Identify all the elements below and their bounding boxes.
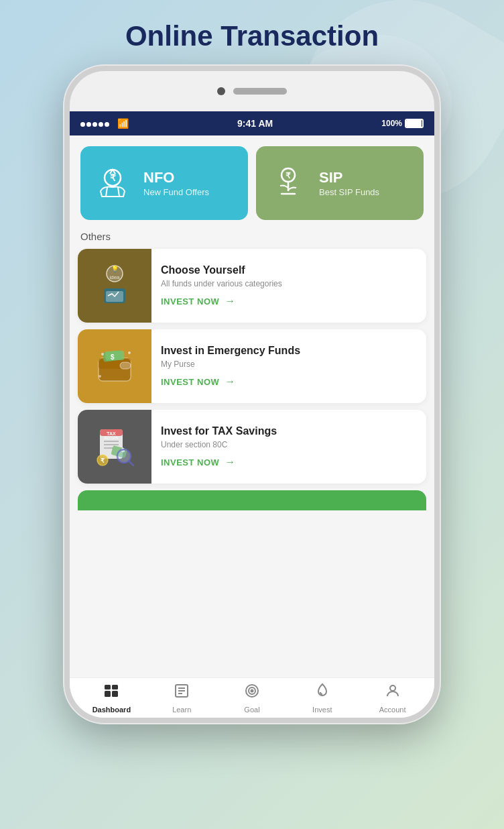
cta-label: INVEST NOW [161, 457, 219, 467]
svg-line-28 [129, 461, 133, 465]
learn-label: Learn [172, 706, 191, 714]
tax-savings-title: Invest for TAX Savings [161, 425, 277, 437]
nav-item-learn[interactable]: Learn [147, 683, 217, 714]
cta-label: INVEST NOW [161, 377, 219, 387]
svg-text:💡: 💡 [111, 265, 119, 273]
tax-savings-desc: Under section 80C [161, 440, 277, 449]
nav-item-dashboard[interactable]: Dashboard [76, 683, 147, 714]
nfo-title: NFO [143, 169, 209, 186]
page-title: Online Transaction [0, 0, 504, 66]
svg-rect-34 [112, 691, 118, 697]
account-icon [385, 683, 401, 703]
phone-top-bar [70, 71, 434, 111]
arrow-icon: → [225, 456, 236, 468]
svg-point-16 [128, 351, 131, 354]
nav-item-invest[interactable]: Invest [287, 683, 357, 714]
svg-rect-11 [120, 362, 131, 369]
nfo-subtitle: New Fund Offers [143, 187, 209, 197]
nav-item-goal[interactable]: Goal [217, 683, 288, 714]
choose-yourself-title: Choose Yourself [161, 264, 282, 276]
phone-frame: 📶 9:41 AM 100% ₹ [64, 66, 440, 723]
invest-label: Invest [312, 706, 332, 714]
svg-point-42 [390, 685, 395, 691]
bottom-navigation: Dashboard Learn [70, 677, 434, 718]
svg-point-15 [101, 353, 104, 355]
svg-text:idea: idea [109, 274, 120, 280]
learn-icon [174, 683, 190, 703]
goal-icon [244, 683, 260, 703]
nav-item-account[interactable]: Account [357, 683, 428, 714]
tax-savings-cta[interactable]: INVEST NOW → [161, 456, 277, 468]
sip-icon: ₹ [267, 162, 310, 205]
battery-bar [405, 119, 424, 128]
phone-camera [217, 87, 225, 95]
svg-text:$: $ [111, 353, 115, 361]
arrow-icon: → [225, 295, 236, 307]
signal-dots [80, 119, 111, 129]
partial-card [78, 490, 426, 510]
choose-yourself-image: 💡 idea [78, 249, 151, 323]
cta-label: INVEST NOW [161, 296, 219, 307]
choose-yourself-desc: All funds under various categories [161, 279, 282, 288]
nfo-card[interactable]: ₹ NFO New Fund Offers [80, 146, 248, 220]
top-cards-row: ₹ NFO New Fund Offers [70, 135, 434, 228]
emergency-funds-desc: My Purse [161, 360, 300, 369]
svg-rect-32 [112, 685, 118, 689]
nfo-icon: ₹ [91, 162, 134, 205]
phone-speaker [233, 88, 287, 95]
svg-text:TAX: TAX [107, 431, 116, 436]
arrow-icon: → [225, 376, 236, 388]
svg-text:₹: ₹ [101, 457, 105, 464]
dashboard-icon [103, 683, 119, 703]
invest-icon [314, 683, 330, 703]
account-label: Account [379, 706, 406, 714]
svg-point-17 [99, 375, 101, 378]
svg-rect-31 [105, 685, 111, 689]
sip-subtitle: Best SIP Funds [319, 187, 379, 197]
emergency-funds-cta[interactable]: INVEST NOW → [161, 376, 300, 388]
dashboard-label: Dashboard [92, 706, 131, 714]
list-item[interactable]: 💡 idea Choose Yourself All funds under v… [78, 249, 426, 323]
choose-yourself-cta[interactable]: INVEST NOW → [161, 295, 282, 307]
svg-rect-13 [105, 351, 125, 361]
list-item[interactable]: $ Invest in Emergency Funds My Purse INV… [78, 329, 426, 403]
battery-indicator: 100% [381, 119, 424, 128]
svg-text:RETURN: RETURN [105, 436, 119, 440]
wifi-icon: 📶 [117, 118, 129, 129]
goal-label: Goal [244, 706, 259, 714]
emergency-funds-title: Invest in Emergency Funds [161, 345, 300, 357]
tax-savings-image: TAX RETURN $ [78, 410, 151, 484]
svg-rect-33 [105, 691, 111, 697]
others-label: Others [70, 228, 434, 249]
sip-title: SIP [319, 169, 379, 186]
status-bar: 📶 9:41 AM 100% [70, 111, 434, 135]
phone-screen: ₹ NFO New Fund Offers [70, 135, 434, 718]
svg-text:₹: ₹ [286, 171, 291, 180]
sip-card[interactable]: ₹ SIP Best SIP Funds [256, 146, 424, 220]
battery-percent: 100% [381, 119, 402, 128]
svg-point-41 [251, 689, 253, 692]
investment-list: 💡 idea Choose Yourself All funds under v… [70, 249, 434, 484]
status-time: 9:41 AM [237, 118, 273, 129]
list-item[interactable]: TAX RETURN $ [78, 410, 426, 484]
emergency-funds-image: $ [78, 329, 151, 403]
